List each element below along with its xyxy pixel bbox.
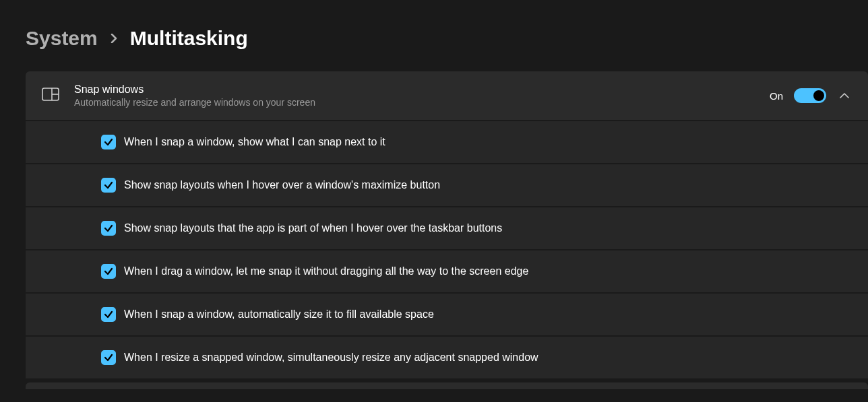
snap-windows-description: Automatically resize and arrange windows… — [74, 97, 755, 108]
option-label: When I snap a window, show what I can sn… — [124, 136, 385, 148]
snap-windows-title: Snap windows — [74, 83, 755, 96]
snap-options-list: When I snap a window, show what I can sn… — [26, 121, 868, 380]
snap-windows-card: Snap windows Automatically resize and ar… — [26, 71, 868, 121]
breadcrumb-parent[interactable]: System — [26, 27, 98, 50]
snap-windows-header[interactable]: Snap windows Automatically resize and ar… — [26, 71, 868, 120]
option-label: When I drag a window, let me snap it wit… — [124, 265, 528, 277]
snap-layout-icon — [42, 88, 59, 104]
snap-option-row[interactable]: Show snap layouts when I hover over a wi… — [26, 164, 868, 207]
breadcrumb: System Multitasking — [26, 27, 868, 50]
chevron-right-icon — [110, 31, 118, 46]
snap-option-row[interactable]: Show snap layouts that the app is part o… — [26, 207, 868, 250]
snap-option-row[interactable]: When I drag a window, let me snap it wit… — [26, 250, 868, 294]
option-label: When I snap a window, automatically size… — [124, 308, 434, 321]
snap-option-row[interactable]: When I snap a window, automatically size… — [26, 294, 868, 337]
checkbox[interactable] — [101, 307, 116, 322]
snap-windows-toggle[interactable] — [794, 88, 826, 103]
snap-option-row[interactable]: When I resize a snapped window, simultan… — [26, 337, 868, 380]
checkbox[interactable] — [101, 264, 116, 279]
next-card — [26, 382, 868, 389]
option-label: Show snap layouts that the app is part o… — [124, 222, 502, 234]
option-label: Show snap layouts when I hover over a wi… — [124, 179, 440, 191]
option-label: When I resize a snapped window, simultan… — [124, 351, 538, 364]
checkbox[interactable] — [101, 178, 116, 193]
checkbox[interactable] — [101, 350, 116, 365]
snap-windows-group: Snap windows Automatically resize and ar… — [26, 71, 868, 389]
checkbox[interactable] — [101, 135, 116, 149]
chevron-up-icon[interactable] — [837, 87, 852, 104]
page-title: Multitasking — [130, 27, 248, 50]
toggle-state-label: On — [770, 90, 783, 102]
checkbox[interactable] — [101, 221, 116, 236]
snap-option-row[interactable]: When I snap a window, show what I can sn… — [26, 121, 868, 164]
